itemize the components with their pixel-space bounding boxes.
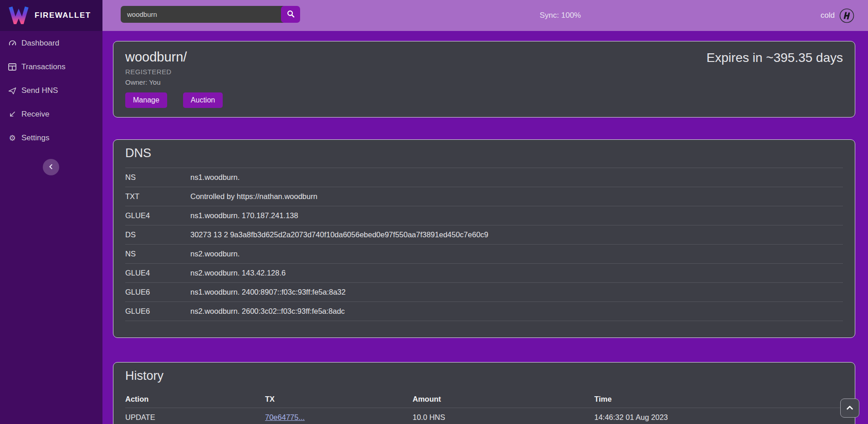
history-col-amount: Amount — [413, 390, 594, 408]
arrow-down-left-icon — [7, 111, 17, 118]
dns-record-value: Controlled by https://nathan.woodburn — [190, 187, 843, 206]
paper-plane-icon — [7, 87, 17, 95]
scroll-top-button[interactable] — [840, 398, 859, 418]
history-col-tx: TX — [265, 390, 413, 408]
history-title: History — [125, 369, 843, 383]
history-amount: 10.0 HNS — [413, 408, 594, 424]
history-card: History Action TX Amount Time UPDATE 70e… — [113, 362, 855, 424]
sync-status: Sync: 100% — [540, 0, 581, 31]
history-header-row: Action TX Amount Time — [125, 390, 843, 408]
sidebar-item-send-hns[interactable]: Send HNS — [0, 84, 102, 97]
history-table: Action TX Amount Time UPDATE 70e64775...… — [125, 390, 843, 424]
sidebar-item-label: Dashboard — [21, 39, 59, 48]
search-icon — [287, 10, 295, 19]
dns-record-value: ns2.woodburn. 2600:3c02::f03c:93ff:fe5a:… — [190, 302, 843, 321]
firewallet-logo-icon — [8, 5, 29, 26]
sidebar-item-transactions[interactable]: Transactions — [0, 60, 102, 74]
expiry-label: Expires in ~395.35 days — [706, 51, 843, 65]
sidebar-item-label: Send HNS — [21, 86, 58, 95]
history-col-time: Time — [594, 390, 843, 408]
topbar: Sync: 100% cold — [102, 0, 868, 31]
dns-record-row: GLUE6 ns2.woodburn. 2600:3c02::f03c:93ff… — [125, 302, 843, 321]
dns-record-value: ns2.woodburn. 143.42.128.6 — [190, 264, 843, 283]
dns-record-value: ns1.woodburn. 2400:8907::f03c:93ff:fe5a:… — [190, 283, 843, 302]
dns-record-row: DS 30273 13 2 9a3a8fb3d625d2a2073d740f10… — [125, 225, 843, 245]
sidebar-item-label: Receive — [21, 110, 49, 119]
brand: FIREWALLET — [0, 0, 102, 31]
dns-record-row: GLUE4 ns1.woodburn. 170.187.241.138 — [125, 206, 843, 225]
sidebar-item-receive[interactable]: Receive — [0, 107, 102, 121]
dns-record-row: TXT Controlled by https://nathan.woodbur… — [125, 187, 843, 206]
auction-button[interactable]: Auction — [183, 92, 223, 108]
history-row: UPDATE 70e64775... 10.0 HNS 14:46:32 01 … — [125, 408, 843, 424]
dns-record-value: ns2.woodburn. — [190, 245, 843, 264]
table-icon — [7, 63, 17, 71]
gear-icon: ⚙ — [7, 133, 17, 143]
dns-record-row: NS ns1.woodburn. — [125, 168, 843, 187]
sidebar: FIREWALLET Dashboard Transactions Send H… — [0, 0, 102, 424]
sidebar-item-dashboard[interactable]: Dashboard — [0, 36, 102, 50]
dns-record-type: NS — [125, 245, 190, 264]
sidebar-item-label: Settings — [21, 133, 49, 143]
domain-actions: Manage Auction — [125, 92, 843, 108]
dns-record-type: GLUE4 — [125, 206, 190, 225]
sidebar-collapse-button[interactable] — [43, 159, 59, 175]
wallet-area: cold — [821, 0, 854, 31]
history-action: UPDATE — [125, 408, 265, 424]
history-time: 14:46:32 01 Aug 2023 — [594, 408, 843, 424]
history-col-action: Action — [125, 390, 265, 408]
manage-button[interactable]: Manage — [125, 92, 167, 108]
domain-status-badge: REGISTERED — [125, 68, 843, 76]
dns-record-row: GLUE4 ns2.woodburn. 143.42.128.6 — [125, 264, 843, 283]
dns-record-type: GLUE4 — [125, 264, 190, 283]
tx-link[interactable]: 70e64775... — [265, 413, 305, 421]
search-button[interactable] — [281, 6, 300, 23]
sidebar-nav: Dashboard Transactions Send HNS Receive … — [0, 31, 102, 145]
dns-record-row: NS ns2.woodburn. — [125, 245, 843, 264]
dns-record-type: DS — [125, 225, 190, 245]
sidebar-item-label: Transactions — [21, 62, 66, 72]
dns-table: NS ns1.woodburn. TXT Controlled by https… — [125, 168, 843, 321]
main-content: woodburn/ REGISTERED Owner: You Manage A… — [102, 31, 868, 424]
dns-title: DNS — [125, 146, 843, 160]
dns-record-type: GLUE6 — [125, 283, 190, 302]
brand-name: FIREWALLET — [35, 11, 91, 20]
dns-record-type: GLUE6 — [125, 302, 190, 321]
domain-owner: Owner: You — [125, 78, 843, 86]
chevron-up-icon — [846, 405, 853, 412]
dns-record-type: TXT — [125, 187, 190, 206]
hns-logo-icon[interactable] — [839, 8, 854, 23]
dns-record-value: ns1.woodburn. 170.187.241.138 — [190, 206, 843, 225]
dns-record-value: 30273 13 2 9a3a8fb3d625d2a2073d740f10da6… — [190, 225, 843, 245]
sidebar-item-settings[interactable]: ⚙ Settings — [0, 131, 102, 145]
wallet-name: cold — [821, 11, 835, 20]
domain-card: woodburn/ REGISTERED Owner: You Manage A… — [113, 41, 855, 117]
chevron-left-icon — [48, 163, 54, 171]
dns-card: DNS NS ns1.woodburn. TXT Controlled by h… — [113, 139, 855, 338]
dns-record-row: GLUE6 ns1.woodburn. 2400:8907::f03c:93ff… — [125, 283, 843, 302]
search-input[interactable] — [121, 6, 284, 23]
dns-record-value: ns1.woodburn. — [190, 168, 843, 187]
search-bar — [121, 6, 300, 23]
dns-record-type: NS — [125, 168, 190, 187]
dashboard-gauge-icon — [7, 39, 17, 48]
